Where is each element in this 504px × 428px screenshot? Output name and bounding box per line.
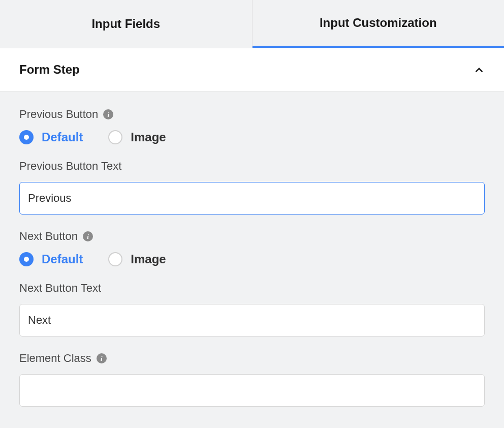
field-previous-button-text: Previous Button Text (19, 160, 485, 215)
tab-input-customization[interactable]: Input Customization (253, 0, 505, 48)
radio-label-image: Image (131, 130, 166, 144)
element-class-label: Element Class (19, 352, 91, 365)
radio-icon (19, 130, 34, 144)
previous-button-text-label-row: Previous Button Text (19, 160, 485, 173)
field-element-class: Element Class i (19, 352, 485, 407)
next-button-text-label-row: Next Button Text (19, 282, 485, 295)
info-icon[interactable]: i (97, 353, 107, 363)
next-button-label: Next Button (19, 230, 78, 243)
info-icon[interactable]: i (83, 231, 93, 241)
chevron-up-icon (474, 64, 485, 75)
field-next-button-text: Next Button Text (19, 282, 485, 337)
next-button-radio-row: Default Image (19, 252, 485, 266)
info-icon[interactable]: i (103, 109, 113, 119)
radio-label-image: Image (131, 252, 166, 266)
next-button-radio-image[interactable]: Image (108, 252, 166, 266)
field-previous-button: Previous Button i Default Image (19, 108, 485, 144)
previous-button-radio-row: Default Image (19, 130, 485, 144)
radio-icon (108, 130, 122, 144)
next-button-radio-default[interactable]: Default (19, 252, 83, 266)
previous-button-label-row: Previous Button i (19, 108, 485, 121)
previous-button-text-input[interactable] (19, 182, 485, 215)
next-button-label-row: Next Button i (19, 230, 485, 243)
radio-icon (108, 252, 122, 266)
section-header-form-step[interactable]: Form Step (0, 48, 504, 91)
next-button-text-label: Next Button Text (19, 282, 101, 295)
radio-icon (19, 252, 34, 266)
element-class-label-row: Element Class i (19, 352, 485, 365)
previous-button-text-label: Previous Button Text (19, 160, 121, 173)
radio-label-default: Default (42, 130, 83, 144)
next-button-text-input[interactable] (19, 304, 485, 337)
section-body: Previous Button i Default Image Previous… (0, 91, 504, 428)
tab-input-customization-label: Input Customization (320, 16, 437, 30)
radio-label-default: Default (42, 252, 83, 266)
section-title: Form Step (19, 63, 80, 77)
previous-button-radio-image[interactable]: Image (108, 130, 166, 144)
tab-input-fields-label: Input Fields (91, 17, 160, 31)
previous-button-label: Previous Button (19, 108, 98, 121)
previous-button-radio-default[interactable]: Default (19, 130, 83, 144)
tab-input-fields[interactable]: Input Fields (0, 0, 253, 48)
tabs-container: Input Fields Input Customization (0, 0, 504, 48)
field-next-button: Next Button i Default Image (19, 230, 485, 266)
element-class-input[interactable] (19, 374, 485, 407)
